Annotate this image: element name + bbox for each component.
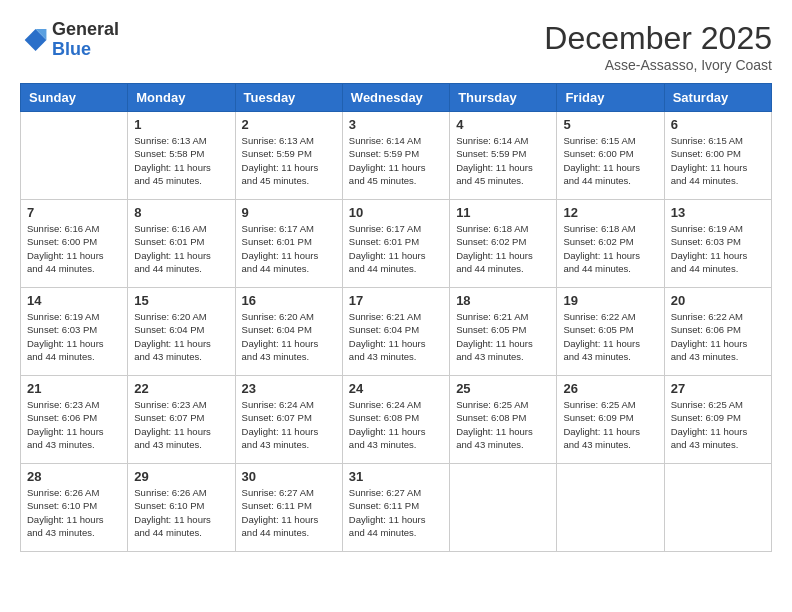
calendar-cell: 4Sunrise: 6:14 AM Sunset: 5:59 PM Daylig…	[450, 112, 557, 200]
day-info: Sunrise: 6:27 AM Sunset: 6:11 PM Dayligh…	[349, 486, 443, 539]
day-number: 14	[27, 293, 121, 308]
day-number: 1	[134, 117, 228, 132]
day-info: Sunrise: 6:23 AM Sunset: 6:06 PM Dayligh…	[27, 398, 121, 451]
day-number: 19	[563, 293, 657, 308]
calendar-cell: 25Sunrise: 6:25 AM Sunset: 6:08 PM Dayli…	[450, 376, 557, 464]
day-info: Sunrise: 6:26 AM Sunset: 6:10 PM Dayligh…	[134, 486, 228, 539]
day-number: 17	[349, 293, 443, 308]
calendar-cell: 30Sunrise: 6:27 AM Sunset: 6:11 PM Dayli…	[235, 464, 342, 552]
day-info: Sunrise: 6:24 AM Sunset: 6:08 PM Dayligh…	[349, 398, 443, 451]
calendar-cell: 1Sunrise: 6:13 AM Sunset: 5:58 PM Daylig…	[128, 112, 235, 200]
week-row-2: 7Sunrise: 6:16 AM Sunset: 6:00 PM Daylig…	[21, 200, 772, 288]
day-number: 9	[242, 205, 336, 220]
week-row-1: 1Sunrise: 6:13 AM Sunset: 5:58 PM Daylig…	[21, 112, 772, 200]
month-title: December 2025	[544, 20, 772, 57]
logo: General Blue	[20, 20, 119, 60]
calendar-cell	[664, 464, 771, 552]
day-info: Sunrise: 6:19 AM Sunset: 6:03 PM Dayligh…	[27, 310, 121, 363]
day-info: Sunrise: 6:15 AM Sunset: 6:00 PM Dayligh…	[563, 134, 657, 187]
day-of-week-wednesday: Wednesday	[342, 84, 449, 112]
day-of-week-saturday: Saturday	[664, 84, 771, 112]
day-info: Sunrise: 6:22 AM Sunset: 6:05 PM Dayligh…	[563, 310, 657, 363]
calendar-cell: 10Sunrise: 6:17 AM Sunset: 6:01 PM Dayli…	[342, 200, 449, 288]
calendar-cell: 29Sunrise: 6:26 AM Sunset: 6:10 PM Dayli…	[128, 464, 235, 552]
calendar-cell: 6Sunrise: 6:15 AM Sunset: 6:00 PM Daylig…	[664, 112, 771, 200]
day-number: 15	[134, 293, 228, 308]
days-of-week-row: SundayMondayTuesdayWednesdayThursdayFrid…	[21, 84, 772, 112]
logo-blue-text: Blue	[52, 39, 91, 59]
calendar-cell: 11Sunrise: 6:18 AM Sunset: 6:02 PM Dayli…	[450, 200, 557, 288]
calendar-cell: 31Sunrise: 6:27 AM Sunset: 6:11 PM Dayli…	[342, 464, 449, 552]
logo-general-text: General	[52, 19, 119, 39]
day-info: Sunrise: 6:27 AM Sunset: 6:11 PM Dayligh…	[242, 486, 336, 539]
calendar-cell: 12Sunrise: 6:18 AM Sunset: 6:02 PM Dayli…	[557, 200, 664, 288]
calendar: SundayMondayTuesdayWednesdayThursdayFrid…	[20, 83, 772, 552]
calendar-cell	[450, 464, 557, 552]
day-info: Sunrise: 6:25 AM Sunset: 6:09 PM Dayligh…	[671, 398, 765, 451]
day-number: 18	[456, 293, 550, 308]
day-number: 16	[242, 293, 336, 308]
day-info: Sunrise: 6:23 AM Sunset: 6:07 PM Dayligh…	[134, 398, 228, 451]
day-info: Sunrise: 6:18 AM Sunset: 6:02 PM Dayligh…	[456, 222, 550, 275]
day-number: 25	[456, 381, 550, 396]
calendar-cell: 18Sunrise: 6:21 AM Sunset: 6:05 PM Dayli…	[450, 288, 557, 376]
calendar-cell: 15Sunrise: 6:20 AM Sunset: 6:04 PM Dayli…	[128, 288, 235, 376]
day-number: 8	[134, 205, 228, 220]
calendar-cell: 27Sunrise: 6:25 AM Sunset: 6:09 PM Dayli…	[664, 376, 771, 464]
calendar-cell: 23Sunrise: 6:24 AM Sunset: 6:07 PM Dayli…	[235, 376, 342, 464]
day-info: Sunrise: 6:20 AM Sunset: 6:04 PM Dayligh…	[242, 310, 336, 363]
day-info: Sunrise: 6:13 AM Sunset: 5:58 PM Dayligh…	[134, 134, 228, 187]
day-number: 21	[27, 381, 121, 396]
calendar-body: 1Sunrise: 6:13 AM Sunset: 5:58 PM Daylig…	[21, 112, 772, 552]
calendar-cell: 24Sunrise: 6:24 AM Sunset: 6:08 PM Dayli…	[342, 376, 449, 464]
day-info: Sunrise: 6:17 AM Sunset: 6:01 PM Dayligh…	[242, 222, 336, 275]
day-number: 23	[242, 381, 336, 396]
day-number: 3	[349, 117, 443, 132]
day-of-week-thursday: Thursday	[450, 84, 557, 112]
day-number: 13	[671, 205, 765, 220]
day-info: Sunrise: 6:16 AM Sunset: 6:00 PM Dayligh…	[27, 222, 121, 275]
calendar-cell: 26Sunrise: 6:25 AM Sunset: 6:09 PM Dayli…	[557, 376, 664, 464]
calendar-cell: 19Sunrise: 6:22 AM Sunset: 6:05 PM Dayli…	[557, 288, 664, 376]
day-number: 2	[242, 117, 336, 132]
week-row-3: 14Sunrise: 6:19 AM Sunset: 6:03 PM Dayli…	[21, 288, 772, 376]
calendar-cell: 13Sunrise: 6:19 AM Sunset: 6:03 PM Dayli…	[664, 200, 771, 288]
day-of-week-monday: Monday	[128, 84, 235, 112]
title-area: December 2025 Asse-Assasso, Ivory Coast	[544, 20, 772, 73]
calendar-cell: 9Sunrise: 6:17 AM Sunset: 6:01 PM Daylig…	[235, 200, 342, 288]
calendar-cell: 22Sunrise: 6:23 AM Sunset: 6:07 PM Dayli…	[128, 376, 235, 464]
day-number: 29	[134, 469, 228, 484]
calendar-cell: 3Sunrise: 6:14 AM Sunset: 5:59 PM Daylig…	[342, 112, 449, 200]
header: General Blue December 2025 Asse-Assasso,…	[20, 20, 772, 73]
day-info: Sunrise: 6:18 AM Sunset: 6:02 PM Dayligh…	[563, 222, 657, 275]
day-info: Sunrise: 6:19 AM Sunset: 6:03 PM Dayligh…	[671, 222, 765, 275]
day-number: 5	[563, 117, 657, 132]
day-info: Sunrise: 6:14 AM Sunset: 5:59 PM Dayligh…	[349, 134, 443, 187]
day-number: 10	[349, 205, 443, 220]
day-info: Sunrise: 6:14 AM Sunset: 5:59 PM Dayligh…	[456, 134, 550, 187]
day-number: 20	[671, 293, 765, 308]
day-of-week-friday: Friday	[557, 84, 664, 112]
day-of-week-sunday: Sunday	[21, 84, 128, 112]
day-of-week-tuesday: Tuesday	[235, 84, 342, 112]
day-number: 7	[27, 205, 121, 220]
logo-icon	[20, 26, 48, 54]
location: Asse-Assasso, Ivory Coast	[544, 57, 772, 73]
calendar-cell: 17Sunrise: 6:21 AM Sunset: 6:04 PM Dayli…	[342, 288, 449, 376]
calendar-cell: 2Sunrise: 6:13 AM Sunset: 5:59 PM Daylig…	[235, 112, 342, 200]
day-info: Sunrise: 6:21 AM Sunset: 6:04 PM Dayligh…	[349, 310, 443, 363]
week-row-4: 21Sunrise: 6:23 AM Sunset: 6:06 PM Dayli…	[21, 376, 772, 464]
day-info: Sunrise: 6:15 AM Sunset: 6:00 PM Dayligh…	[671, 134, 765, 187]
week-row-5: 28Sunrise: 6:26 AM Sunset: 6:10 PM Dayli…	[21, 464, 772, 552]
day-info: Sunrise: 6:16 AM Sunset: 6:01 PM Dayligh…	[134, 222, 228, 275]
day-info: Sunrise: 6:21 AM Sunset: 6:05 PM Dayligh…	[456, 310, 550, 363]
day-number: 12	[563, 205, 657, 220]
calendar-cell: 16Sunrise: 6:20 AM Sunset: 6:04 PM Dayli…	[235, 288, 342, 376]
calendar-cell: 8Sunrise: 6:16 AM Sunset: 6:01 PM Daylig…	[128, 200, 235, 288]
calendar-cell: 7Sunrise: 6:16 AM Sunset: 6:00 PM Daylig…	[21, 200, 128, 288]
day-number: 26	[563, 381, 657, 396]
day-number: 27	[671, 381, 765, 396]
calendar-header: SundayMondayTuesdayWednesdayThursdayFrid…	[21, 84, 772, 112]
calendar-cell	[21, 112, 128, 200]
day-info: Sunrise: 6:13 AM Sunset: 5:59 PM Dayligh…	[242, 134, 336, 187]
